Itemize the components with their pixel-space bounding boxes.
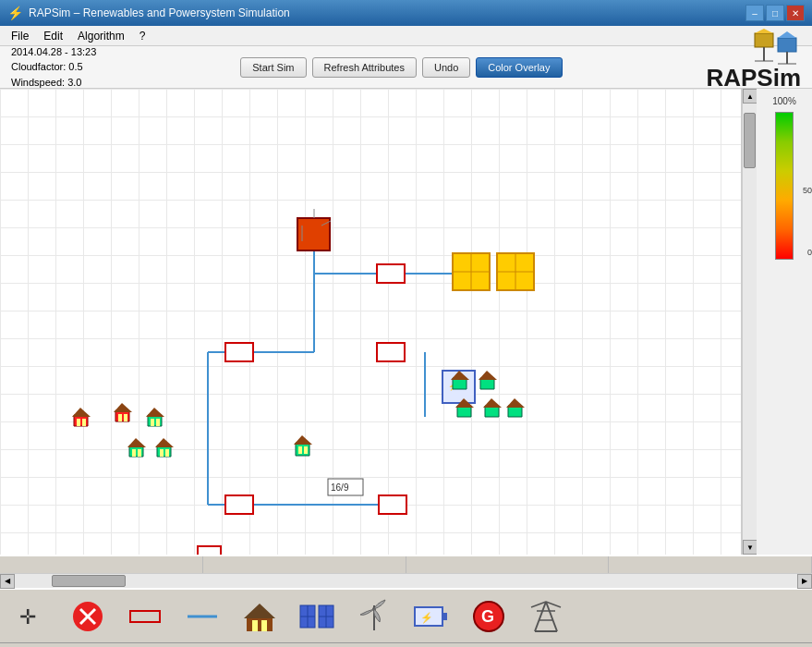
menu-edit[interactable]: Edit <box>36 28 70 44</box>
horizontal-scrollbar[interactable]: ◀ ▶ <box>0 573 812 588</box>
svg-marker-42 <box>479 371 497 380</box>
house-tool[interactable] <box>236 593 283 640</box>
legend-bot-label: 0% <box>807 248 812 257</box>
logo-text: RAPSim <box>706 66 801 90</box>
house-green-3[interactable] <box>155 438 174 457</box>
start-sim-button[interactable]: Start Sim <box>240 57 306 78</box>
hscroll-thumb[interactable] <box>52 575 126 587</box>
svg-rect-34 <box>165 449 169 457</box>
svg-rect-2 <box>778 38 796 52</box>
wire-tool[interactable] <box>179 593 225 640</box>
hscroll-track[interactable] <box>15 574 797 588</box>
solar-tool[interactable] <box>294 593 340 640</box>
svg-text:G: G <box>481 607 494 626</box>
svg-text:⚡: ⚡ <box>420 611 433 624</box>
connector-6[interactable] <box>198 546 221 555</box>
main-area: ⚡ <box>0 89 812 555</box>
menu-help[interactable]: ? <box>132 28 153 44</box>
legend-top-label: 100% <box>772 96 796 106</box>
status-seg-2 <box>203 556 406 573</box>
svg-line-89 <box>546 602 557 631</box>
svg-marker-28 <box>127 438 146 447</box>
svg-rect-74 <box>261 620 267 631</box>
move-tool[interactable]: ✛ <box>7 593 54 640</box>
battery-tool[interactable]: ⚡ <box>408 593 454 640</box>
svg-marker-24 <box>146 408 164 417</box>
svg-marker-48 <box>506 398 525 408</box>
color-overlay-button[interactable]: Color Overlay <box>476 57 562 78</box>
svg-rect-17 <box>77 419 80 426</box>
app-title: RAPSim – Renewables and Powersystem Simu… <box>29 6 745 19</box>
menu-algorithm[interactable]: Algorithm <box>70 28 132 44</box>
svg-rect-0 <box>755 33 773 47</box>
color-legend-panel: 100% 50% 0% <box>757 89 812 555</box>
svg-rect-30 <box>138 449 141 457</box>
menu-file[interactable]: File <box>4 28 36 44</box>
bus-tool[interactable] <box>122 593 168 640</box>
svg-marker-20 <box>114 403 132 412</box>
connector-1[interactable] <box>377 264 405 283</box>
scroll-left-button[interactable]: ◀ <box>0 574 15 589</box>
delete-tool[interactable] <box>65 593 111 640</box>
status-seg-4 <box>609 556 812 573</box>
svg-rect-26 <box>156 419 160 426</box>
svg-rect-33 <box>160 449 164 457</box>
svg-marker-36 <box>294 435 312 445</box>
house-green-mid[interactable] <box>294 435 312 456</box>
legend-color-bar <box>775 112 794 260</box>
close-button[interactable]: ✕ <box>786 5 805 21</box>
house-green-1[interactable] <box>146 408 164 426</box>
svg-rect-29 <box>132 449 136 457</box>
scroll-right-button[interactable]: ▶ <box>797 574 812 589</box>
scroll-up-button[interactable]: ▲ <box>743 89 757 104</box>
status-seg-3 <box>406 556 610 573</box>
refresh-attributes-button[interactable]: Refresh Attributes <box>312 57 417 78</box>
svg-marker-3 <box>778 31 796 38</box>
svg-line-88 <box>535 602 546 631</box>
statusbar <box>0 555 812 573</box>
svg-rect-37 <box>298 446 302 454</box>
canvas-svg[interactable]: ⚡ <box>0 89 741 555</box>
menubar: File Edit Algorithm ? <box>0 26 812 46</box>
svg-marker-1 <box>755 29 773 33</box>
scroll-thumb[interactable] <box>744 113 756 168</box>
scroll-track[interactable] <box>743 104 757 540</box>
minimize-button[interactable]: – <box>745 5 764 21</box>
legend-mid-label: 50% <box>803 186 812 195</box>
info-panel: 2014.04.28 - 13:23 Cloudfactor: 0.5 Wind… <box>11 44 96 91</box>
connector-3[interactable] <box>377 343 405 361</box>
wind-tool[interactable] <box>351 593 397 640</box>
generator-tool[interactable]: G <box>466 593 512 640</box>
svg-marker-16 <box>72 408 91 417</box>
house-green-r4[interactable] <box>483 398 502 417</box>
house-red-1[interactable] <box>72 408 91 426</box>
svg-rect-73 <box>252 620 258 631</box>
house-green-2[interactable] <box>127 438 146 457</box>
house-green-r5[interactable] <box>506 398 525 417</box>
svg-rect-22 <box>124 414 127 421</box>
connector-2[interactable] <box>225 343 253 361</box>
titlebar: ⚡ RAPSim – Renewables and Powersystem Si… <box>0 0 812 26</box>
house-red-2[interactable] <box>114 403 132 421</box>
house-green-r2[interactable] <box>479 371 497 389</box>
connector-5[interactable] <box>379 495 406 514</box>
maximize-button[interactable]: □ <box>766 5 784 21</box>
bottom-toolbar: ✛ <box>0 588 812 643</box>
svg-rect-21 <box>118 414 122 421</box>
svg-rect-38 <box>304 446 308 454</box>
date-display: 2014.04.28 - 13:23 <box>11 44 96 60</box>
svg-marker-46 <box>483 398 502 408</box>
scroll-down-button[interactable]: ▼ <box>743 540 757 555</box>
canvas-area[interactable]: ⚡ <box>0 89 742 555</box>
svg-text:✛: ✛ <box>19 605 36 629</box>
app-icon: ⚡ <box>7 6 23 20</box>
svg-rect-25 <box>151 419 154 426</box>
vertical-scrollbar[interactable]: ▲ ▼ <box>742 89 757 555</box>
status-seg-1 <box>0 556 203 573</box>
windspeed-display: Windspeed: 3.0 <box>11 75 96 91</box>
svg-rect-71 <box>247 616 273 631</box>
tower-tool[interactable] <box>523 593 569 640</box>
undo-button[interactable]: Undo <box>422 57 470 78</box>
connector-4[interactable] <box>225 495 253 514</box>
svg-rect-18 <box>82 419 86 426</box>
